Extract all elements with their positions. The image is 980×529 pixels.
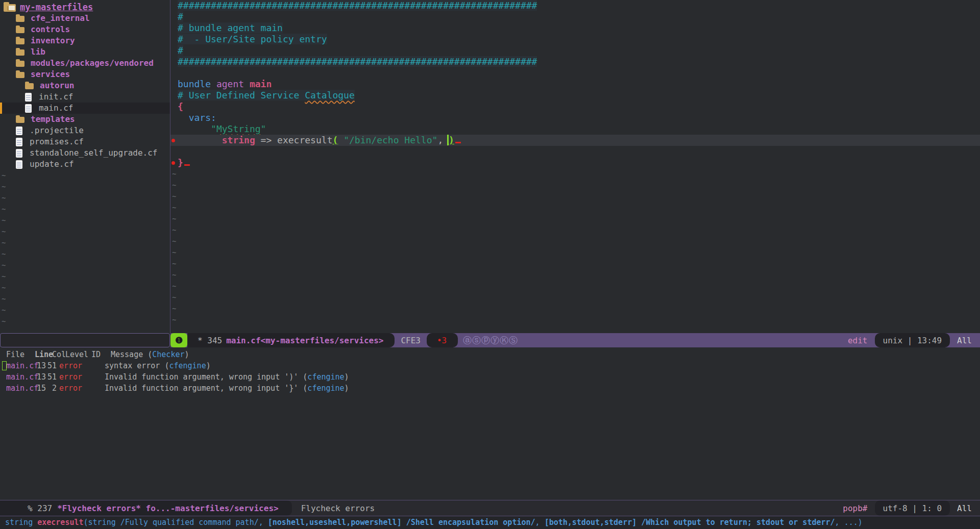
- checker-name: Checker: [152, 350, 184, 359]
- tree-item-templates[interactable]: templates: [0, 114, 170, 125]
- code-token: [178, 135, 222, 145]
- tree-item-modules-packages-vendored[interactable]: modules/packages/vendored: [0, 58, 170, 69]
- col-level: error: [59, 371, 85, 383]
- tree-item-label: main.cf: [39, 103, 73, 114]
- empty-line-tilde: ~: [0, 248, 170, 260]
- tree-item-update-cf[interactable]: update.cf: [0, 159, 170, 170]
- eldoc-signature-segment: , ...): [835, 518, 863, 527]
- tree-root-item[interactable]: my-masterfiles: [0, 2, 170, 13]
- tree-item-label: cfe_internal: [31, 13, 90, 24]
- tree-item-label: .projectile: [30, 125, 84, 136]
- col-level: error: [59, 360, 85, 371]
- code-line-10[interactable]: {: [170, 101, 980, 112]
- message-text: ): [206, 361, 211, 370]
- tree-item-label: update.cf: [30, 159, 74, 170]
- col-id: [85, 383, 105, 394]
- col-level: Level: [65, 349, 91, 360]
- flycheck-error-count[interactable]: •3: [437, 336, 447, 345]
- scroll-position-2: All: [957, 503, 972, 513]
- tree-item-lib[interactable]: lib: [0, 46, 170, 58]
- col-line: 13: [34, 371, 46, 383]
- tree-item-autorun[interactable]: autorun: [0, 80, 170, 91]
- empty-line-tilde: ~: [0, 181, 170, 192]
- code-token: [178, 112, 189, 123]
- error-count-segment[interactable]: •3: [427, 333, 458, 347]
- minor-mode-icons[interactable]: ⓐⓢⓟⓨⓀⓈ: [463, 335, 518, 346]
- tree-item-standalone-self-upgrade-cf[interactable]: standalone_self_upgrade.cf: [0, 147, 170, 159]
- code-token: {: [178, 101, 183, 112]
- tree-item-main-cf[interactable]: main.cf: [0, 103, 170, 114]
- col-message: Message (Checker): [111, 349, 189, 360]
- code-token: string: [222, 135, 255, 145]
- code-line-6[interactable]: ########################################…: [170, 56, 980, 67]
- flycheck-error-row[interactable]: main.cf152errorInvalid function argument…: [0, 383, 980, 394]
- code-line-8[interactable]: bundle agent main: [170, 79, 980, 90]
- file-tree-panel: my-masterfilescfe_internalcontrolsinvent…: [0, 0, 170, 333]
- window-number-badge[interactable]: ❶: [170, 333, 187, 347]
- cursor-box: [2, 361, 7, 370]
- buffer-name[interactable]: main.cf<my-masterfiles/services>: [226, 336, 383, 345]
- empty-line-tilde: ~: [170, 224, 980, 236]
- tree-item-controls[interactable]: controls: [0, 24, 170, 35]
- col-id: [85, 371, 105, 383]
- tree-item-inventory[interactable]: inventory: [0, 35, 170, 46]
- major-mode-label-2[interactable]: Flycheck errors: [301, 503, 375, 513]
- tree-item-label: modules/packages/vendored: [31, 58, 154, 69]
- code-line-2[interactable]: #: [170, 11, 980, 22]
- flycheck-error-row[interactable]: main.cf1351errorsyntax error (cfengine): [0, 360, 980, 371]
- folder-icon: [16, 49, 24, 56]
- code-line-1[interactable]: ########################################…: [170, 0, 980, 11]
- code-token: ########################################…: [178, 0, 537, 11]
- empty-line-tilde: ~: [170, 168, 980, 180]
- tree-item-services[interactable]: services: [0, 69, 170, 80]
- code-token: Catalogue: [305, 90, 355, 100]
- popup-state-indicator: popb#: [843, 503, 867, 513]
- empty-line-tilde: ~: [0, 204, 170, 215]
- col-file: File: [6, 349, 34, 360]
- code-line-11[interactable]: vars:: [170, 112, 980, 123]
- buffer-readonly-size: % 237: [28, 503, 52, 513]
- tree-item-cfe-internal[interactable]: cfe_internal: [0, 13, 170, 24]
- code-line-5[interactable]: #: [170, 45, 980, 56]
- code-token: =>: [255, 135, 277, 145]
- code-line-4[interactable]: # - User/Site policy entry: [170, 34, 980, 45]
- empty-line-tilde: ~: [0, 293, 170, 305]
- col-col: 51: [46, 360, 57, 371]
- code-line-9[interactable]: # User Defined Service Catalogue: [170, 90, 980, 101]
- code-line-12[interactable]: "MyString": [170, 123, 980, 135]
- tree-item-init-cf[interactable]: init.cf: [0, 91, 170, 103]
- col-line: 13: [34, 360, 46, 371]
- modeline-active: ❶ * 345main.cf<my-masterfiles/services> …: [170, 333, 980, 347]
- col-id: [85, 360, 105, 371]
- major-mode-label[interactable]: CFE3: [395, 336, 427, 345]
- eldoc-signature-segment: (string /Fully qualified command path/,: [84, 518, 268, 527]
- message-text: Message (: [111, 350, 152, 359]
- message-text: ): [345, 372, 349, 382]
- encoding-time-segment[interactable]: unix | 13:49: [875, 333, 950, 347]
- code-token: [211, 79, 216, 89]
- col-line: 15: [34, 383, 46, 394]
- code-token: # bundle agent main: [178, 22, 283, 33]
- encoding-position-segment[interactable]: utf-8 | 1: 0: [875, 500, 950, 516]
- flycheck-error-row[interactable]: main.cf1351errorInvalid function argumen…: [0, 371, 980, 383]
- folder-icon: [16, 27, 24, 33]
- encoding-position: utf-8 | 1: 0: [883, 503, 942, 513]
- code-editor-buffer[interactable]: ########################################…: [170, 0, 980, 333]
- buffer-name-2[interactable]: *Flycheck errors* fo...-masterfiles/serv…: [57, 503, 278, 513]
- empty-line-tilde: ~: [0, 192, 170, 204]
- code-line-15[interactable]: }: [170, 157, 980, 168]
- error-underline-mark: [455, 135, 461, 143]
- empty-line-tilde: ~: [0, 260, 170, 271]
- code-line-3[interactable]: # bundle agent main: [170, 22, 980, 34]
- code-token: [338, 135, 344, 145]
- tree-item--projectile[interactable]: .projectile: [0, 125, 170, 136]
- code-line-14[interactable]: [170, 146, 980, 157]
- checker-name: cfengine: [307, 384, 344, 393]
- code-line-13[interactable]: string => execresult( "/bin/echo Hello",…: [170, 135, 980, 146]
- col-col: 51: [46, 371, 57, 383]
- code-token: vars:: [189, 112, 216, 123]
- empty-line-tilde: ~: [170, 314, 980, 325]
- tree-item-promises-cf[interactable]: promises.cf: [0, 136, 170, 147]
- code-line-7[interactable]: [170, 67, 980, 79]
- code-token: "/bin/echo Hello": [344, 135, 437, 145]
